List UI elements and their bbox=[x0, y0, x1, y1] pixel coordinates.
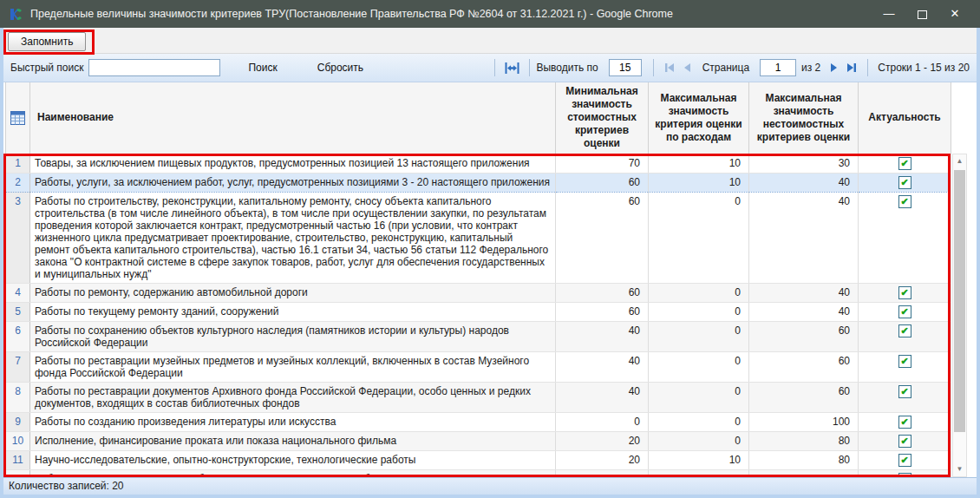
table-row[interactable]: 10Исполнение, финансирование проката или… bbox=[6, 431, 951, 450]
row-name: Работы по строительству, реконструкции, … bbox=[30, 192, 556, 283]
next-page-button[interactable] bbox=[826, 62, 842, 73]
actuality-checkbox[interactable]: ✔ bbox=[898, 324, 911, 337]
header-actuality[interactable]: Актуальность bbox=[859, 82, 951, 154]
row-max-noncost: 30 bbox=[749, 154, 859, 173]
actuality-checkbox[interactable]: ✔ bbox=[898, 195, 911, 208]
row-min-cost: 60 bbox=[556, 173, 649, 192]
remember-button[interactable]: Запомнить bbox=[8, 32, 86, 51]
row-max-expense: 10 bbox=[649, 450, 749, 469]
table-row[interactable]: 2Работы, услуги, за исключением работ, у… bbox=[6, 173, 951, 192]
page-input[interactable] bbox=[760, 59, 796, 76]
search-button[interactable]: Поиск bbox=[248, 62, 277, 74]
row-name: Работы по созданию произведения литерату… bbox=[30, 412, 556, 431]
row-number: 2 bbox=[6, 173, 30, 192]
table-row[interactable]: 4Работы по ремонту, содержанию автомобил… bbox=[6, 283, 951, 302]
prev-page-button[interactable] bbox=[679, 62, 696, 73]
row-actuality-cell: ✔ bbox=[859, 283, 951, 302]
page-total-label: из 2 bbox=[801, 62, 820, 74]
header-max-noncost[interactable]: Максимальная значимость нестоимостных кр… bbox=[749, 82, 859, 154]
table-body: 1Товары, за исключением пищевых продукто… bbox=[6, 154, 951, 477]
header-min-cost[interactable]: Минимальная значимость стоимостных крите… bbox=[556, 82, 649, 154]
column-config-button[interactable] bbox=[6, 82, 30, 154]
row-max-noncost: 60 bbox=[749, 351, 859, 382]
row-min-cost: 20 bbox=[556, 431, 649, 450]
row-name: Работы по реставрации документов Архивно… bbox=[30, 382, 556, 412]
page-label: Страница bbox=[702, 62, 749, 74]
table-row[interactable]: 9Работы по созданию произведения литерат… bbox=[6, 412, 951, 431]
row-max-noncost: 80 bbox=[749, 431, 859, 450]
row-number: 6 bbox=[6, 321, 30, 351]
scroll-up-icon[interactable]: ▲ bbox=[953, 154, 966, 168]
row-name: Работы по ремонту, содержанию автомобиль… bbox=[30, 283, 556, 302]
table-row[interactable]: 12Работы по созданию, развитию, обеспече… bbox=[6, 469, 951, 477]
row-actuality-cell: ✔ bbox=[859, 321, 951, 351]
fit-width-icon bbox=[505, 62, 519, 75]
actuality-checkbox[interactable]: ✔ bbox=[898, 473, 911, 478]
actuality-checkbox[interactable]: ✔ bbox=[898, 454, 911, 467]
row-max-expense: 10 bbox=[649, 154, 749, 173]
row-actuality-cell: ✔ bbox=[859, 431, 951, 450]
reset-button[interactable]: Сбросить bbox=[317, 62, 363, 74]
row-name: Работы по созданию, развитию, обеспечени… bbox=[30, 469, 556, 477]
scroll-down-icon[interactable]: ▼ bbox=[953, 462, 966, 476]
maximize-icon bbox=[918, 10, 927, 19]
row-number: 11 bbox=[6, 450, 30, 469]
page-size-input[interactable] bbox=[609, 59, 642, 76]
actuality-checkbox[interactable]: ✔ bbox=[898, 435, 911, 448]
quick-search-input[interactable] bbox=[88, 59, 220, 76]
row-name: Работы по текущему ремонту зданий, соору… bbox=[30, 302, 556, 321]
fit-width-button[interactable] bbox=[501, 62, 523, 75]
row-min-cost: 40 bbox=[556, 351, 649, 382]
header-max-expense[interactable]: Максимальная значимость критерия оценки … bbox=[649, 82, 749, 154]
header-name[interactable]: Наименование bbox=[30, 82, 556, 154]
vertical-scrollbar[interactable]: ▲ ▼ bbox=[952, 154, 967, 477]
top-toolbar: Запомнить bbox=[3, 28, 977, 54]
row-max-noncost: 100 bbox=[749, 412, 859, 431]
row-max-noncost: 60 bbox=[749, 321, 859, 351]
table-row[interactable]: 7Работы по реставрации музейных предмето… bbox=[6, 351, 951, 382]
row-number: 1 bbox=[6, 154, 30, 173]
table-row[interactable]: 1Товары, за исключением пищевых продукто… bbox=[6, 154, 951, 173]
table-row[interactable]: 8Работы по реставрации документов Архивн… bbox=[6, 382, 951, 412]
table-row[interactable]: 5Работы по текущему ремонту зданий, соор… bbox=[6, 302, 951, 321]
actuality-checkbox[interactable]: ✔ bbox=[898, 355, 911, 368]
actuality-checkbox[interactable]: ✔ bbox=[898, 305, 911, 318]
row-max-expense: 0 bbox=[649, 382, 749, 412]
scrollbar-thumb[interactable] bbox=[954, 170, 965, 432]
maximize-button[interactable] bbox=[905, 0, 938, 28]
minimize-button[interactable]: — bbox=[872, 0, 905, 28]
records-count: Количество записей: 20 bbox=[9, 480, 124, 492]
window-title: Предельные величины значимости критериев… bbox=[30, 8, 872, 20]
close-button[interactable]: ✕ bbox=[938, 0, 971, 28]
row-actuality-cell: ✔ bbox=[859, 192, 951, 283]
row-number: 10 bbox=[6, 431, 30, 450]
row-max-expense: 0 bbox=[649, 321, 749, 351]
row-max-noncost: 40 bbox=[749, 283, 859, 302]
rows-range-info: Строки 1 - 15 из 20 bbox=[878, 62, 970, 74]
last-page-button[interactable] bbox=[842, 62, 861, 73]
last-page-icon bbox=[846, 62, 858, 73]
row-max-noncost: 40 bbox=[749, 192, 859, 283]
first-page-button[interactable] bbox=[660, 62, 679, 73]
actuality-checkbox[interactable]: ✔ bbox=[898, 416, 911, 429]
row-min-cost: 20 bbox=[556, 450, 649, 469]
row-name: Работы, услуги, за исключением работ, ус… bbox=[30, 173, 556, 192]
row-name: Работы по реставрации музейных предметов… bbox=[30, 351, 556, 382]
row-number: 5 bbox=[6, 302, 30, 321]
table-grid-icon bbox=[10, 111, 25, 125]
table-row[interactable]: 11Научно-исследовательские, опытно-конст… bbox=[6, 450, 951, 469]
actuality-checkbox[interactable]: ✔ bbox=[898, 157, 911, 170]
actuality-checkbox[interactable]: ✔ bbox=[898, 176, 911, 189]
page-size-label: Выводить по bbox=[536, 62, 598, 74]
row-min-cost: 60 bbox=[556, 192, 649, 283]
separator bbox=[653, 59, 654, 76]
actuality-checkbox[interactable]: ✔ bbox=[898, 286, 911, 299]
table-row[interactable]: 6Работы по сохранению объектов культурно… bbox=[6, 321, 951, 351]
actuality-checkbox[interactable]: ✔ bbox=[898, 385, 911, 398]
quick-search-label: Быстрый поиск bbox=[10, 62, 83, 74]
row-min-cost: 70 bbox=[556, 154, 649, 173]
row-number: 12 bbox=[6, 469, 30, 477]
row-actuality-cell: ✔ bbox=[859, 412, 951, 431]
table-row[interactable]: 3Работы по строительству, реконструкции,… bbox=[6, 192, 951, 283]
prev-page-icon bbox=[683, 62, 692, 73]
